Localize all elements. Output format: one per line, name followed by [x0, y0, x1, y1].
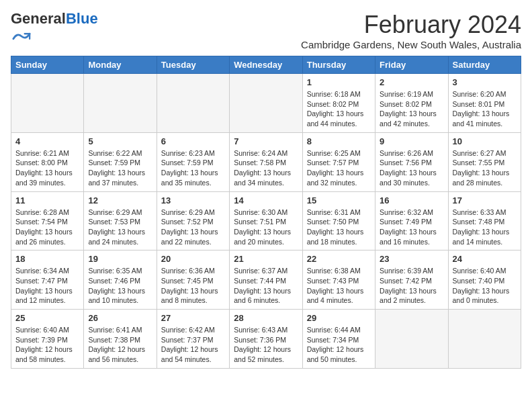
day-info: Sunrise: 6:34 AM Sunset: 7:47 PM Dayligh… — [15, 266, 79, 306]
day-info: Sunrise: 6:43 AM Sunset: 7:36 PM Dayligh… — [234, 325, 298, 365]
calendar-week-3: 11Sunrise: 6:28 AM Sunset: 7:54 PM Dayli… — [11, 191, 521, 250]
calendar-cell: 24Sunrise: 6:40 AM Sunset: 7:40 PM Dayli… — [448, 250, 521, 310]
location: Cambridge Gardens, New South Wales, Aust… — [301, 39, 521, 50]
day-number: 11 — [15, 195, 79, 205]
day-info: Sunrise: 6:40 AM Sunset: 7:39 PM Dayligh… — [15, 325, 79, 365]
calendar-week-1: 1Sunrise: 6:18 AM Sunset: 8:02 PM Daylig… — [11, 74, 521, 133]
day-number: 8 — [307, 136, 371, 146]
day-info: Sunrise: 6:37 AM Sunset: 7:44 PM Dayligh… — [234, 266, 298, 306]
column-header-tuesday: Tuesday — [157, 56, 229, 74]
day-info: Sunrise: 6:26 AM Sunset: 7:56 PM Dayligh… — [380, 148, 443, 188]
day-info: Sunrise: 6:35 AM Sunset: 7:46 PM Dayligh… — [88, 266, 152, 306]
day-info: Sunrise: 6:19 AM Sunset: 8:02 PM Dayligh… — [380, 89, 443, 129]
day-number: 17 — [453, 195, 517, 205]
day-number: 26 — [88, 313, 152, 323]
logo: GeneralBlue — [11, 11, 98, 48]
day-number: 21 — [234, 254, 298, 264]
calendar-cell: 5Sunrise: 6:22 AM Sunset: 7:59 PM Daylig… — [84, 132, 157, 191]
day-info: Sunrise: 6:28 AM Sunset: 7:54 PM Dayligh… — [15, 208, 79, 247]
day-info: Sunrise: 6:38 AM Sunset: 7:43 PM Dayligh… — [307, 266, 371, 306]
day-number: 23 — [380, 254, 443, 264]
calendar-cell — [11, 74, 84, 133]
day-info: Sunrise: 6:27 AM Sunset: 7:55 PM Dayligh… — [453, 148, 517, 188]
day-info: Sunrise: 6:39 AM Sunset: 7:42 PM Dayligh… — [380, 266, 443, 306]
day-number: 24 — [453, 254, 517, 264]
calendar-cell: 20Sunrise: 6:36 AM Sunset: 7:45 PM Dayli… — [157, 250, 229, 310]
column-header-wednesday: Wednesday — [230, 56, 302, 74]
day-number: 16 — [380, 195, 443, 205]
day-number: 25 — [15, 313, 79, 323]
day-number: 10 — [453, 136, 517, 146]
day-info: Sunrise: 6:29 AM Sunset: 7:52 PM Dayligh… — [161, 208, 225, 247]
calendar-week-4: 18Sunrise: 6:34 AM Sunset: 7:47 PM Dayli… — [11, 250, 521, 310]
column-header-friday: Friday — [375, 56, 448, 74]
calendar-cell: 18Sunrise: 6:34 AM Sunset: 7:47 PM Dayli… — [11, 250, 84, 310]
logo-blue: Blue — [66, 10, 98, 27]
calendar-cell: 23Sunrise: 6:39 AM Sunset: 7:42 PM Dayli… — [375, 250, 448, 310]
calendar-cell: 8Sunrise: 6:25 AM Sunset: 7:57 PM Daylig… — [302, 132, 375, 191]
calendar-cell: 4Sunrise: 6:21 AM Sunset: 8:00 PM Daylig… — [11, 132, 84, 191]
calendar-week-5: 25Sunrise: 6:40 AM Sunset: 7:39 PM Dayli… — [11, 310, 521, 369]
day-number: 1 — [307, 77, 371, 87]
day-number: 22 — [307, 254, 371, 264]
calendar-cell: 9Sunrise: 6:26 AM Sunset: 7:56 PM Daylig… — [375, 132, 448, 191]
logo-wave-icon — [12, 27, 31, 46]
calendar-cell: 26Sunrise: 6:41 AM Sunset: 7:38 PM Dayli… — [84, 310, 157, 369]
calendar-cell: 29Sunrise: 6:44 AM Sunset: 7:34 PM Dayli… — [302, 310, 375, 369]
calendar-cell: 21Sunrise: 6:37 AM Sunset: 7:44 PM Dayli… — [230, 250, 302, 310]
day-number: 12 — [88, 195, 152, 205]
day-info: Sunrise: 6:22 AM Sunset: 7:59 PM Dayligh… — [88, 148, 152, 188]
day-info: Sunrise: 6:24 AM Sunset: 7:58 PM Dayligh… — [234, 148, 298, 188]
calendar-cell: 17Sunrise: 6:33 AM Sunset: 7:48 PM Dayli… — [448, 191, 521, 250]
day-number: 9 — [380, 136, 443, 146]
calendar-cell: 19Sunrise: 6:35 AM Sunset: 7:46 PM Dayli… — [84, 250, 157, 310]
day-number: 18 — [15, 254, 79, 264]
day-number: 14 — [234, 195, 298, 205]
day-info: Sunrise: 6:20 AM Sunset: 8:01 PM Dayligh… — [453, 89, 517, 129]
month-title: February 2024 — [301, 11, 521, 39]
page-header: GeneralBlue February 2024 Cambridge Gard… — [11, 11, 521, 50]
calendar-cell: 25Sunrise: 6:40 AM Sunset: 7:39 PM Dayli… — [11, 310, 84, 369]
column-header-sunday: Sunday — [11, 56, 84, 74]
day-info: Sunrise: 6:29 AM Sunset: 7:53 PM Dayligh… — [88, 208, 152, 247]
day-number: 7 — [234, 136, 298, 146]
column-header-thursday: Thursday — [302, 56, 375, 74]
day-number: 20 — [161, 254, 225, 264]
calendar-cell: 11Sunrise: 6:28 AM Sunset: 7:54 PM Dayli… — [11, 191, 84, 250]
column-header-saturday: Saturday — [448, 56, 521, 74]
day-number: 27 — [161, 313, 225, 323]
calendar-cell: 28Sunrise: 6:43 AM Sunset: 7:36 PM Dayli… — [230, 310, 302, 369]
day-number: 29 — [307, 313, 371, 323]
day-info: Sunrise: 6:33 AM Sunset: 7:48 PM Dayligh… — [453, 208, 517, 247]
day-number: 2 — [380, 77, 443, 87]
calendar-cell: 3Sunrise: 6:20 AM Sunset: 8:01 PM Daylig… — [448, 74, 521, 133]
title-block: February 2024 Cambridge Gardens, New Sou… — [301, 11, 521, 50]
calendar-cell: 1Sunrise: 6:18 AM Sunset: 8:02 PM Daylig… — [302, 74, 375, 133]
calendar-cell: 22Sunrise: 6:38 AM Sunset: 7:43 PM Dayli… — [302, 250, 375, 310]
calendar-cell — [230, 74, 302, 133]
day-number: 15 — [307, 195, 371, 205]
day-number: 19 — [88, 254, 152, 264]
day-number: 4 — [15, 136, 79, 146]
day-info: Sunrise: 6:36 AM Sunset: 7:45 PM Dayligh… — [161, 266, 225, 306]
day-info: Sunrise: 6:18 AM Sunset: 8:02 PM Dayligh… — [307, 89, 371, 129]
day-number: 6 — [161, 136, 225, 146]
calendar-cell: 7Sunrise: 6:24 AM Sunset: 7:58 PM Daylig… — [230, 132, 302, 191]
calendar-cell: 12Sunrise: 6:29 AM Sunset: 7:53 PM Dayli… — [84, 191, 157, 250]
day-info: Sunrise: 6:32 AM Sunset: 7:49 PM Dayligh… — [380, 208, 443, 247]
day-number: 5 — [88, 136, 152, 146]
calendar-cell: 2Sunrise: 6:19 AM Sunset: 8:02 PM Daylig… — [375, 74, 448, 133]
day-info: Sunrise: 6:21 AM Sunset: 8:00 PM Dayligh… — [15, 148, 79, 188]
logo-general: General — [11, 10, 66, 27]
day-number: 28 — [234, 313, 298, 323]
calendar-cell: 15Sunrise: 6:31 AM Sunset: 7:50 PM Dayli… — [302, 191, 375, 250]
day-info: Sunrise: 6:30 AM Sunset: 7:51 PM Dayligh… — [234, 208, 298, 247]
calendar-table: SundayMondayTuesdayWednesdayThursdayFrid… — [11, 56, 521, 369]
calendar-cell — [375, 310, 448, 369]
calendar-cell: 14Sunrise: 6:30 AM Sunset: 7:51 PM Dayli… — [230, 191, 302, 250]
day-info: Sunrise: 6:44 AM Sunset: 7:34 PM Dayligh… — [307, 325, 371, 365]
calendar-cell — [84, 74, 157, 133]
calendar-cell: 27Sunrise: 6:42 AM Sunset: 7:37 PM Dayli… — [157, 310, 229, 369]
day-number: 13 — [161, 195, 225, 205]
column-header-monday: Monday — [84, 56, 157, 74]
